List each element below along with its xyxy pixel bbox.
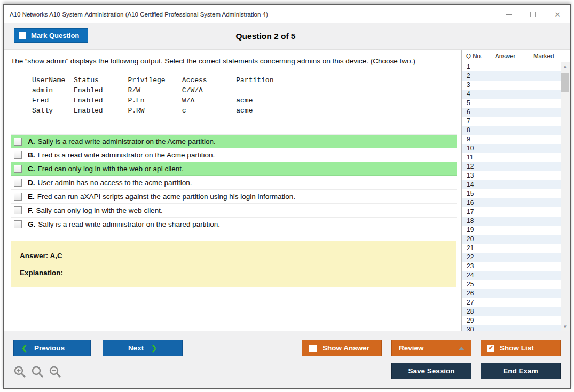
question-list-header: Q No. Answer Marked xyxy=(462,50,570,62)
question-list-row[interactable]: 30 xyxy=(462,325,561,331)
option-row[interactable]: F.Sally can only log in with the web cli… xyxy=(11,204,457,218)
row-qno: 9 xyxy=(467,135,495,144)
zoom-in-icon[interactable] xyxy=(13,365,27,379)
option-row[interactable]: G.Sally is a read write administrator on… xyxy=(11,218,457,231)
scroll-down-icon[interactable]: ∨ xyxy=(561,322,570,331)
question-list-row[interactable]: 10 xyxy=(462,144,561,153)
question-list-row[interactable]: 26 xyxy=(462,289,561,298)
question-list-row[interactable]: 4 xyxy=(462,90,561,99)
console-output: UserName Status Privilege Access Partiti… xyxy=(32,75,457,116)
minimize-button[interactable] xyxy=(496,5,521,23)
row-marked xyxy=(533,189,561,198)
option-checkbox[interactable] xyxy=(14,151,22,159)
option-row[interactable]: E.Fred can run aXAPI scripts against the… xyxy=(11,190,457,204)
option-text: Fred is a read write administrator on th… xyxy=(38,151,215,159)
question-list-row[interactable]: 25 xyxy=(462,280,561,289)
question-list-row[interactable]: 8 xyxy=(462,126,561,135)
option-checkbox[interactable] xyxy=(14,138,22,146)
question-list-row[interactable]: 2 xyxy=(462,71,561,81)
question-list-row[interactable]: 13 xyxy=(462,171,561,180)
question-list-row[interactable]: 21 xyxy=(462,244,561,253)
zoom-reset-icon[interactable] xyxy=(31,365,45,379)
scrollbar-thumb[interactable] xyxy=(561,73,569,92)
option-checkbox[interactable] xyxy=(14,193,22,201)
zoom-out-icon[interactable] xyxy=(49,365,62,379)
question-list-row[interactable]: 19 xyxy=(462,226,561,235)
question-list-scrollbar[interactable]: ∧ ∨ xyxy=(561,62,570,331)
question-list-row[interactable]: 1 xyxy=(462,62,561,71)
scroll-up-icon[interactable]: ∧ xyxy=(561,62,570,71)
option-row[interactable]: D.User admin has no access to the acme p… xyxy=(11,176,457,190)
row-answer xyxy=(495,316,533,325)
column-qno: Q No. xyxy=(462,53,495,59)
row-answer xyxy=(495,108,533,117)
row-answer xyxy=(495,244,533,253)
options-list: A.Sally is a read write administrator on… xyxy=(11,134,457,231)
question-list-row[interactable]: 3 xyxy=(462,81,561,90)
close-icon: ✕ xyxy=(555,11,561,19)
option-letter: C. xyxy=(28,165,35,173)
question-list-row[interactable]: 6 xyxy=(462,108,561,117)
answer-box: Answer: A,C Explanation: xyxy=(11,241,456,287)
row-qno: 12 xyxy=(467,162,495,171)
question-list-row[interactable]: 16 xyxy=(462,198,561,207)
question-list-row[interactable]: 20 xyxy=(462,235,561,244)
question-list-row[interactable]: 27 xyxy=(462,298,561,307)
row-qno: 16 xyxy=(467,198,495,207)
show-answer-checkbox[interactable] xyxy=(309,345,317,352)
row-answer xyxy=(495,207,533,217)
window-controls: ✕ xyxy=(496,5,570,23)
end-exam-button[interactable]: End Exam xyxy=(481,363,561,379)
row-qno: 1 xyxy=(467,62,495,71)
review-button[interactable]: Review xyxy=(391,340,471,356)
row-qno: 4 xyxy=(467,90,495,99)
end-exam-label: End Exam xyxy=(503,367,538,375)
option-checkbox[interactable] xyxy=(14,220,22,228)
show-answer-button[interactable]: Show Answer xyxy=(302,340,382,356)
question-list-row[interactable]: 15 xyxy=(462,189,561,198)
option-row[interactable]: C.Fred can only log in with the web or a… xyxy=(11,162,457,176)
option-checkbox[interactable] xyxy=(14,165,22,173)
question-list-sidebar: Q No. Answer Marked 12345678910111213141… xyxy=(461,50,570,331)
option-checkbox[interactable] xyxy=(14,206,22,214)
question-list-row[interactable]: 22 xyxy=(462,253,561,262)
row-qno: 14 xyxy=(467,180,495,189)
previous-button[interactable]: ❮ Previous xyxy=(13,340,91,356)
row-answer xyxy=(495,126,533,135)
question-text: The “show admin” displays the following … xyxy=(11,57,457,65)
option-row[interactable]: B.Fred is a read write administrator on … xyxy=(11,148,457,162)
question-list-row[interactable]: 17 xyxy=(462,207,561,217)
row-marked xyxy=(533,71,561,81)
question-list-row[interactable]: 7 xyxy=(462,117,561,126)
row-qno: 17 xyxy=(467,207,495,217)
row-answer xyxy=(495,90,533,99)
next-button[interactable]: Next ❯ xyxy=(103,340,183,356)
question-list-row[interactable]: 23 xyxy=(462,262,561,271)
save-session-button[interactable]: Save Session xyxy=(391,363,471,379)
question-list-row[interactable]: 9 xyxy=(462,135,561,144)
dropdown-up-icon xyxy=(458,347,465,350)
question-list-row[interactable]: 24 xyxy=(462,271,561,280)
option-checkbox[interactable] xyxy=(14,179,22,187)
question-list-row[interactable]: 29 xyxy=(462,316,561,325)
question-list-row[interactable]: 28 xyxy=(462,307,561,316)
question-list-row[interactable]: 5 xyxy=(462,99,561,108)
question-list-row[interactable]: 18 xyxy=(462,217,561,226)
answer-text: Answer: A,C xyxy=(20,252,447,260)
row-marked xyxy=(533,244,561,253)
row-marked xyxy=(533,62,561,71)
question-counter: Question 2 of 5 xyxy=(4,23,527,49)
option-text: Sally can only log in with the web clien… xyxy=(36,206,163,214)
show-list-checkbox[interactable]: ✔ xyxy=(487,345,494,352)
question-list-row[interactable]: 12 xyxy=(462,162,561,171)
chevron-left-icon: ❮ xyxy=(21,344,27,352)
show-list-button[interactable]: ✔ Show List xyxy=(481,340,561,356)
maximize-icon xyxy=(530,12,536,17)
maximize-button[interactable] xyxy=(521,5,545,23)
question-list-row[interactable]: 14 xyxy=(462,180,561,189)
row-marked xyxy=(533,289,561,298)
close-button[interactable]: ✕ xyxy=(545,5,570,23)
option-row[interactable]: A.Sally is a read write administrator on… xyxy=(11,134,457,148)
question-list-row[interactable]: 11 xyxy=(462,153,561,162)
row-answer xyxy=(495,307,533,316)
